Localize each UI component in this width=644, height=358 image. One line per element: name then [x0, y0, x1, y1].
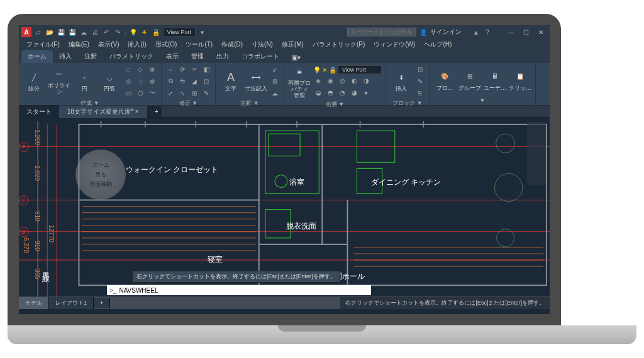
arc-button[interactable]: ◡円弧 — [98, 70, 121, 92]
bulb-icon[interactable]: 💡 — [313, 67, 321, 73]
tool-icon[interactable]: ⊕ — [147, 64, 157, 74]
block-tool-icon[interactable]: ⎘ — [415, 88, 425, 98]
tool-icon[interactable]: ▭ — [123, 88, 133, 98]
menu-help[interactable]: ヘルプ(H) — [420, 40, 455, 50]
layer-tool-icon[interactable]: ◉ — [325, 75, 335, 85]
circle-button[interactable]: ○円 — [73, 70, 96, 92]
dropdown-icon[interactable]: ▾ — [198, 28, 207, 36]
tool-icon[interactable]: ⊡ — [201, 76, 211, 86]
signin-link[interactable]: サインイン — [430, 28, 462, 36]
layer-tool-icon[interactable]: ◐ — [349, 75, 359, 85]
menu-parametric[interactable]: パラメトリック(P) — [309, 40, 369, 50]
command-line[interactable]: >_ NAVSWHEEL — [107, 285, 371, 295]
tool-icon[interactable]: ⊗ — [147, 76, 157, 86]
tab-home[interactable]: ホーム — [21, 50, 53, 63]
insert-block-button[interactable]: ⬇挿入 — [390, 70, 413, 92]
new-tab-button[interactable]: + — [147, 106, 163, 117]
open-icon[interactable]: 📂 — [45, 28, 54, 36]
copy-icon[interactable]: ⧉ — [165, 76, 175, 86]
drawing-canvas[interactable]: ウォークイン クローゼット 浴室 ダイニング キッチン 脱衣洗面 寝室 玄関ホー… — [19, 118, 550, 296]
close-button[interactable]: ✕ — [535, 29, 547, 36]
tool-icon[interactable]: ⬡ — [135, 88, 145, 98]
layer-dropdown[interactable]: View Port — [338, 65, 382, 74]
properties-button[interactable]: 🎨プロ… — [433, 69, 456, 92]
layer-tool-icon[interactable]: ◔ — [337, 87, 347, 97]
group-button[interactable]: ⊞グループ — [458, 69, 481, 92]
tab-insert[interactable]: 挿入 — [53, 50, 78, 63]
close-tab-icon[interactable]: × — [135, 108, 139, 115]
tab-add-layout[interactable]: + — [94, 298, 110, 308]
plot-icon[interactable]: 🖨 — [91, 28, 99, 36]
menu-edit[interactable]: 編集(E) — [65, 40, 93, 50]
menu-modify[interactable]: 修正(M) — [278, 40, 308, 50]
menu-insert[interactable]: 挿入(I) — [124, 40, 150, 50]
cloud-icon[interactable]: ☁ — [270, 88, 280, 98]
layer-tool-icon[interactable]: ◓ — [325, 87, 335, 97]
sun-icon[interactable]: ☀ — [140, 28, 149, 36]
array-icon[interactable]: ⊞ — [189, 88, 199, 98]
maximize-button[interactable]: ☐ — [519, 29, 532, 36]
block-tool-icon[interactable]: ⊡ — [415, 64, 425, 74]
redo-icon[interactable]: ↷ — [113, 28, 122, 36]
app-icon[interactable]: A — [21, 27, 31, 37]
tab-file[interactable]: 18文字サイズ変更尺度* × — [60, 106, 147, 118]
tab-collab[interactable]: コラボレート — [235, 50, 286, 63]
stretch-icon[interactable]: ⤢ — [165, 88, 175, 98]
panel-label[interactable]: 修正 ▼ — [165, 98, 211, 107]
polyline-button[interactable]: 〰ポリライン — [48, 67, 70, 95]
mirror-icon[interactable]: ⇋ — [177, 76, 187, 86]
panel-label[interactable]: 画層 ▼ — [288, 99, 382, 109]
layer-tool-icon[interactable]: ◈ — [313, 75, 323, 85]
menu-draw[interactable]: 作成(D) — [218, 40, 247, 50]
tool-icon[interactable]: ◧ — [201, 64, 211, 74]
navwheel-pan[interactable]: 画面移動 — [89, 180, 112, 188]
layer-tool-icon[interactable]: ◕ — [349, 87, 359, 97]
block-tool-icon[interactable]: ✎ — [415, 76, 425, 86]
clipboard-button[interactable]: 📋クリッ… — [509, 69, 531, 92]
tab-manage[interactable]: 管理 — [185, 50, 210, 63]
trim-icon[interactable]: ✂ — [189, 64, 199, 74]
help-icon[interactable]: ? — [483, 28, 492, 36]
rotate-icon[interactable]: ⟳ — [177, 64, 187, 74]
search-input[interactable] — [347, 28, 416, 36]
tab-more[interactable]: ▣▾ — [286, 52, 307, 63]
fillet-icon[interactable]: ◢ — [189, 76, 199, 86]
lock-icon[interactable]: 🔒 — [329, 67, 336, 73]
tool-icon[interactable]: ✎ — [201, 88, 211, 98]
panel-label[interactable]: ▼ — [433, 96, 531, 104]
dimension-button[interactable]: ⟷寸法記入 — [245, 70, 267, 92]
saveas-icon[interactable]: 💾 — [68, 28, 77, 36]
tab-model[interactable]: モデル — [19, 297, 49, 309]
navwheel-zoom[interactable]: ズーム — [92, 161, 109, 170]
scale-icon[interactable]: ⤡ — [177, 88, 187, 98]
tab-start[interactable]: スタート — [19, 106, 60, 118]
layer-tool-icon[interactable]: ◒ — [313, 87, 323, 97]
cloud-icon[interactable]: ☁ — [79, 28, 88, 36]
navigation-bar[interactable] — [527, 122, 546, 185]
layer-tool-icon[interactable]: ● — [361, 87, 371, 97]
tab-annotate[interactable]: 注釈 — [78, 50, 103, 63]
panel-label[interactable]: 注釈 ▼ — [219, 98, 280, 107]
tool-icon[interactable]: ♢ — [135, 76, 145, 86]
share-icon[interactable]: ▲ — [472, 28, 480, 36]
tool-icon[interactable]: ◇ — [135, 64, 145, 74]
menu-format[interactable]: 形式(O) — [152, 40, 180, 50]
menu-view[interactable]: 表示(V) — [94, 40, 123, 50]
panel-label[interactable]: ブロック ▼ — [390, 98, 425, 107]
navigation-wheel[interactable]: ズーム 戻る 画面移動 — [75, 149, 126, 200]
undo-icon[interactable]: ↶ — [102, 28, 111, 36]
sun-icon[interactable]: ☀ — [322, 67, 328, 73]
tab-output[interactable]: 出力 — [210, 50, 235, 63]
save-icon[interactable]: 💾 — [57, 28, 65, 36]
tab-layout1[interactable]: レイアウト1 — [49, 297, 94, 309]
tool-icon[interactable]: 〜 — [147, 88, 157, 98]
viewport-selector[interactable]: View Port — [163, 28, 196, 36]
menu-tools[interactable]: ツール(T) — [182, 40, 216, 50]
menu-window[interactable]: ウィンドウ(W) — [370, 40, 419, 50]
minimize-button[interactable]: — — [504, 29, 517, 36]
layer-tool-icon[interactable]: ◑ — [361, 75, 371, 85]
utility-button[interactable]: 🖩ユーテ… — [484, 69, 506, 92]
tab-parametric[interactable]: パラメトリック — [103, 50, 160, 63]
navwheel-back[interactable]: 戻る — [95, 171, 106, 179]
lock-icon[interactable]: 🔒 — [152, 28, 160, 36]
